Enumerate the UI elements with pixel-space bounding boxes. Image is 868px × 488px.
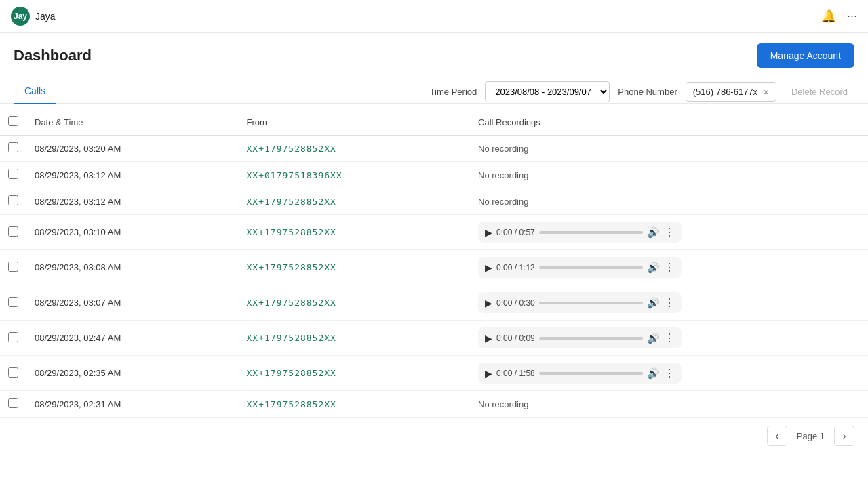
play-button[interactable]: ▶ [485,227,492,238]
volume-button[interactable]: 🔊 [647,226,660,239]
row-checkbox[interactable] [8,195,18,205]
play-button[interactable]: ▶ [485,333,492,344]
select-all-cell [0,109,26,136]
row-from: XX+1797528852XX [239,215,471,250]
row-datetime: 08/29/2023, 03:12 AM [26,188,239,215]
audio-more-button[interactable]: ⋮ [664,331,675,344]
progress-bar[interactable] [539,231,643,234]
row-from: XX+1797528852XX [239,250,471,285]
col-datetime: Date & Time [26,109,239,136]
topbar: Jay Jaya 🔔 ··· [0,0,868,33]
table-row: 08/29/2023, 03:07 AMXX+1797528852XX▶0:00… [0,285,868,321]
table-row: 08/29/2023, 02:31 AMXX+1797528852XXNo re… [0,391,868,418]
audio-time: 0:00 / 0:30 [496,298,535,308]
row-datetime: 08/29/2023, 02:35 AM [26,356,239,391]
prev-page-button[interactable]: ‹ [767,426,787,446]
time-period-label: Time Period [430,87,477,97]
row-datetime: 08/29/2023, 03:07 AM [26,285,239,321]
row-checkbox-cell [0,391,26,418]
delete-record-button[interactable]: Delete Record [785,83,854,101]
play-button[interactable]: ▶ [485,298,492,308]
audio-player: ▶0:00 / 0:57🔊⋮ [478,222,682,243]
topbar-left: Jay Jaya [11,7,56,26]
row-checkbox-cell [0,250,26,285]
more-options-button[interactable]: ··· [847,9,857,23]
col-recordings: Call Recordings [470,109,868,136]
row-checkbox[interactable] [8,367,18,378]
col-from: From [239,109,471,136]
row-checkbox[interactable] [8,169,18,179]
row-datetime: 08/29/2023, 03:12 AM [26,162,239,188]
next-page-button[interactable]: › [834,426,854,446]
progress-bar[interactable] [539,266,643,269]
row-checkbox-cell [0,136,26,162]
row-checkbox-cell [0,285,26,321]
avatar: Jay [11,7,30,26]
row-recording: No recording [470,162,868,188]
topbar-icons: 🔔 ··· [821,9,857,24]
table-row: 08/29/2023, 03:20 AMXX+1797528852XXNo re… [0,136,868,162]
volume-button[interactable]: 🔊 [647,367,660,380]
audio-more-button[interactable]: ⋮ [664,367,675,380]
row-from: XX+1797528852XX [239,391,471,418]
table-row: 08/29/2023, 03:08 AMXX+1797528852XX▶0:00… [0,250,868,285]
row-recording: ▶0:00 / 1:58🔊⋮ [470,356,868,391]
row-recording: ▶0:00 / 0:30🔊⋮ [470,285,868,321]
volume-button[interactable]: 🔊 [647,297,660,309]
bell-icon: 🔔 [821,9,836,24]
row-from: XX+01797518396XX [239,162,471,188]
select-all-checkbox[interactable] [8,116,18,126]
page-label: Page 1 [793,431,829,441]
row-checkbox[interactable] [8,398,18,408]
row-recording: ▶0:00 / 1:12🔊⋮ [470,250,868,285]
row-checkbox-cell [0,162,26,188]
row-checkbox-cell [0,215,26,250]
progress-bar[interactable] [539,337,643,340]
row-datetime: 08/29/2023, 03:10 AM [26,215,239,250]
table-row: 08/29/2023, 03:10 AMXX+1797528852XX▶0:00… [0,215,868,250]
row-checkbox[interactable] [8,226,18,237]
row-datetime: 08/29/2023, 03:08 AM [26,250,239,285]
audio-time: 0:00 / 1:58 [496,369,535,378]
no-recording-label: No recording [478,399,528,409]
no-recording-label: No recording [478,170,528,180]
no-recording-label: No recording [478,144,528,154]
manage-account-button[interactable]: Manage Account [757,43,854,68]
row-recording: ▶0:00 / 0:57🔊⋮ [470,215,868,250]
row-recording: No recording [470,391,868,418]
progress-bar[interactable] [539,302,643,304]
phone-number-tag: (516) 786-6177x × [686,82,776,102]
row-checkbox-cell [0,321,26,356]
pagination-row: ‹ Page 1 › [0,418,868,454]
row-from: XX+1797528852XX [239,356,471,391]
row-from: XX+1797528852XX [239,321,471,356]
row-datetime: 08/29/2023, 03:20 AM [26,136,239,162]
row-from: XX+1797528852XX [239,188,471,215]
progress-bar[interactable] [539,372,643,375]
row-recording: ▶0:00 / 0:09🔊⋮ [470,321,868,356]
row-checkbox[interactable] [8,262,18,272]
row-checkbox[interactable] [8,297,18,307]
table-row: 08/29/2023, 02:35 AMXX+1797528852XX▶0:00… [0,356,868,391]
next-icon: › [843,430,846,441]
row-datetime: 08/29/2023, 02:31 AM [26,391,239,418]
audio-more-button[interactable]: ⋮ [664,296,675,309]
volume-button[interactable]: 🔊 [647,332,660,344]
page-header: Dashboard Manage Account [0,33,868,76]
play-button[interactable]: ▶ [485,262,492,273]
row-checkbox[interactable] [8,142,18,152]
phone-number-clear-button[interactable]: × [763,86,769,98]
audio-time: 0:00 / 1:12 [496,263,535,272]
audio-player: ▶0:00 / 1:12🔊⋮ [478,257,682,278]
time-period-select[interactable]: 2023/08/08 - 2023/09/07 [485,81,610,102]
audio-more-button[interactable]: ⋮ [664,261,675,274]
play-button[interactable]: ▶ [485,368,492,379]
volume-button[interactable]: 🔊 [647,262,660,274]
table-row: 08/29/2023, 03:12 AMXX+1797528852XXNo re… [0,188,868,215]
row-checkbox[interactable] [8,332,18,342]
notifications-button[interactable]: 🔔 [821,9,836,24]
audio-more-button[interactable]: ⋮ [664,226,675,239]
row-datetime: 08/29/2023, 02:47 AM [26,321,239,356]
audio-time: 0:00 / 0:09 [496,333,535,343]
row-recording: No recording [470,136,868,162]
